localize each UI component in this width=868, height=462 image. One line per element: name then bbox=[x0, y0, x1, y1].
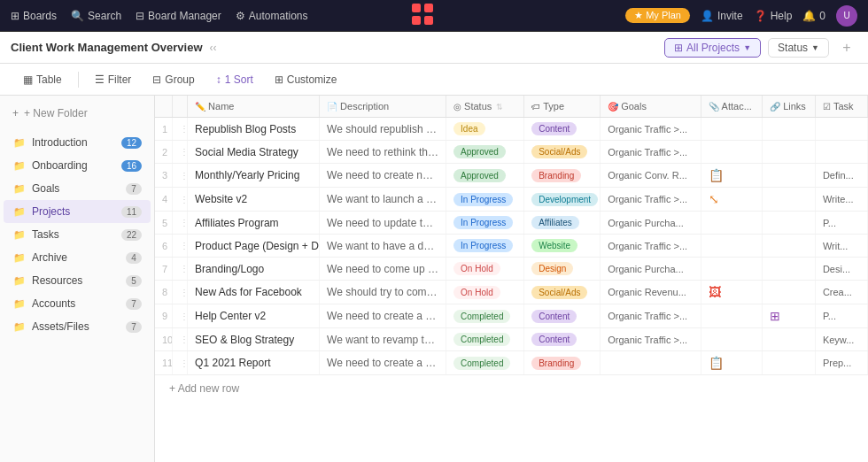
row-goals: Organic Traffic >... bbox=[601, 235, 701, 258]
new-folder-button[interactable]: + + New Folder bbox=[4, 103, 151, 124]
row-description: We need to create a detailed report for bbox=[320, 351, 446, 375]
sort-button[interactable]: ↕ 1 Sort bbox=[207, 70, 262, 89]
all-projects-button[interactable]: ⊞ All Projects ▼ bbox=[664, 38, 761, 58]
row-links bbox=[763, 328, 816, 351]
row-description: We need to come up with and create a bbox=[320, 258, 446, 281]
drag-handle[interactable]: ⋮ bbox=[173, 235, 188, 258]
row-task bbox=[815, 118, 867, 141]
row-goals: Organic Traffic >... bbox=[601, 188, 701, 212]
row-type: Content bbox=[524, 328, 601, 351]
boards-nav[interactable]: ⊞ Boards bbox=[11, 10, 57, 22]
row-description: We need to rethink the client's social m bbox=[320, 141, 446, 164]
row-links bbox=[763, 235, 816, 258]
app-logo bbox=[410, 2, 435, 29]
row-name: Monthly/Yearly Pricing bbox=[188, 164, 320, 188]
sidebar-item-projects[interactable]: 📁Projects11 bbox=[4, 200, 151, 223]
help-button[interactable]: ❓ Help bbox=[754, 10, 793, 22]
row-attachments: 📋 bbox=[701, 164, 763, 188]
sidebar-item-label: Goals bbox=[32, 182, 126, 195]
sidebar-item-tasks[interactable]: 📁Tasks22 bbox=[4, 223, 151, 246]
drag-handle[interactable]: ⋮ bbox=[173, 351, 188, 375]
invite-button[interactable]: 👤 Invite bbox=[701, 10, 743, 22]
drag-handle[interactable]: ⋮ bbox=[173, 281, 188, 304]
row-task: Desi... bbox=[815, 258, 867, 281]
filter-icon: ☰ bbox=[95, 73, 105, 86]
folder-icon: 📁 bbox=[12, 227, 27, 242]
row-status: On Hold bbox=[446, 281, 524, 304]
row-attachments: 🖼 bbox=[701, 281, 763, 304]
sidebar-item-resources[interactable]: 📁Resources5 bbox=[4, 269, 151, 292]
row-name: SEO & Blog Strategy bbox=[188, 328, 320, 351]
sidebar-item-archive[interactable]: 📁Archive4 bbox=[4, 246, 151, 269]
add-row-button[interactable]: + Add new row bbox=[155, 375, 868, 402]
row-status: Idea bbox=[446, 118, 524, 141]
table-row[interactable]: 6⋮Product Page (Design + Dev)We want to … bbox=[155, 235, 868, 258]
drag-handle[interactable]: ⋮ bbox=[173, 258, 188, 281]
drag-handle[interactable]: ⋮ bbox=[173, 118, 188, 141]
table-row[interactable]: 2⋮Social Media StrategyWe need to rethin… bbox=[155, 141, 868, 164]
row-links bbox=[763, 141, 816, 164]
drag-handle[interactable]: ⋮ bbox=[173, 328, 188, 351]
th-links: 🔗Links bbox=[763, 96, 816, 118]
add-view-button[interactable]: + bbox=[836, 37, 857, 58]
table-header-row: ✏️Name 📄Description ◎Status ⇅ 🏷Type 🎯Goa… bbox=[155, 96, 868, 118]
resize-icon: ⤡ bbox=[709, 192, 719, 206]
table-row[interactable]: 8⋮New Ads for FacebookWe should try to c… bbox=[155, 281, 868, 304]
sidebar-item-goals[interactable]: 📁Goals7 bbox=[4, 177, 151, 200]
automations-nav[interactable]: ⚙ Automations bbox=[236, 10, 308, 22]
row-goals bbox=[601, 351, 701, 375]
sidebar-badge: 7 bbox=[126, 183, 142, 195]
drag-handle[interactable]: ⋮ bbox=[173, 212, 188, 235]
sidebar-badge: 22 bbox=[121, 229, 142, 241]
search-nav[interactable]: 🔍 Search bbox=[71, 10, 121, 22]
sidebar-item-assets-files[interactable]: 📁Assets/Files7 bbox=[4, 315, 151, 338]
table-row[interactable]: 5⋮Affiliates ProgramWe need to update th… bbox=[155, 212, 868, 235]
folder-icon: 📁 bbox=[12, 296, 27, 311]
table-view-button[interactable]: ▦ Table bbox=[14, 70, 71, 89]
row-name: Website v2 bbox=[188, 188, 320, 212]
row-links: ⊞ bbox=[763, 304, 816, 328]
table-row[interactable]: 11⋮Q1 2021 ReportWe need to create a det… bbox=[155, 351, 868, 375]
bell-icon: 🔔 bbox=[802, 10, 816, 22]
customize-button[interactable]: ⊞ Customize bbox=[266, 70, 346, 89]
row-goals: Organic Traffic >... bbox=[601, 328, 701, 351]
row-status: Completed bbox=[446, 328, 524, 351]
row-links bbox=[763, 188, 816, 212]
sidebar-item-accounts[interactable]: 📁Accounts7 bbox=[4, 292, 151, 315]
star-icon: ★ bbox=[634, 10, 643, 20]
table-icon: ⊞ bbox=[674, 42, 683, 54]
table-row[interactable]: 4⋮Website v2We want to launch a revised … bbox=[155, 188, 868, 212]
row-status: In Progress bbox=[446, 188, 524, 212]
row-number: 3 bbox=[155, 164, 173, 188]
collapse-icon[interactable]: ‹‹ bbox=[210, 42, 217, 54]
status-button[interactable]: Status ▼ bbox=[768, 38, 829, 58]
table-row[interactable]: 3⋮Monthly/Yearly PricingWe need to creat… bbox=[155, 164, 868, 188]
row-number: 7 bbox=[155, 258, 173, 281]
drag-handle[interactable]: ⋮ bbox=[173, 141, 188, 164]
row-description: We should republish our old blog posts bbox=[320, 118, 446, 141]
board-manager-nav[interactable]: ⊟ Board Manager bbox=[136, 10, 221, 22]
table-row[interactable]: 1⋮Republish Blog PostsWe should republis… bbox=[155, 118, 868, 141]
folder-icon: 📁 bbox=[12, 181, 27, 196]
user-avatar[interactable]: U bbox=[836, 5, 857, 27]
sidebar-item-introduction[interactable]: 📁Introduction12 bbox=[4, 131, 151, 154]
row-status: In Progress bbox=[446, 235, 524, 258]
drag-handle[interactable]: ⋮ bbox=[173, 164, 188, 188]
table-row[interactable]: 9⋮Help Center v2We need to create a comp… bbox=[155, 304, 868, 328]
table-row[interactable]: 10⋮SEO & Blog StrategyWe want to revamp … bbox=[155, 328, 868, 351]
row-task: Keyw... bbox=[815, 328, 867, 351]
group-button[interactable]: ⊟ Group bbox=[143, 70, 203, 89]
row-description: We want to launch a revised version of bbox=[320, 188, 446, 212]
my-plan-button[interactable]: ★ My Plan bbox=[625, 8, 690, 23]
drag-handle[interactable]: ⋮ bbox=[173, 188, 188, 212]
notifications-button[interactable]: 🔔 0 bbox=[802, 10, 825, 22]
folder-icon: 📁 bbox=[12, 204, 27, 219]
row-number: 6 bbox=[155, 235, 173, 258]
sidebar-item-onboarding[interactable]: 📁Onboarding16 bbox=[4, 154, 151, 177]
row-status: Completed bbox=[446, 351, 524, 375]
row-type: Social/Ads bbox=[524, 141, 601, 164]
drag-handle[interactable]: ⋮ bbox=[173, 304, 188, 328]
sidebar-item-label: Accounts bbox=[32, 297, 126, 310]
filter-button[interactable]: ☰ Filter bbox=[86, 70, 141, 89]
table-row[interactable]: 7⋮Branding/LogoWe need to come up with a… bbox=[155, 258, 868, 281]
